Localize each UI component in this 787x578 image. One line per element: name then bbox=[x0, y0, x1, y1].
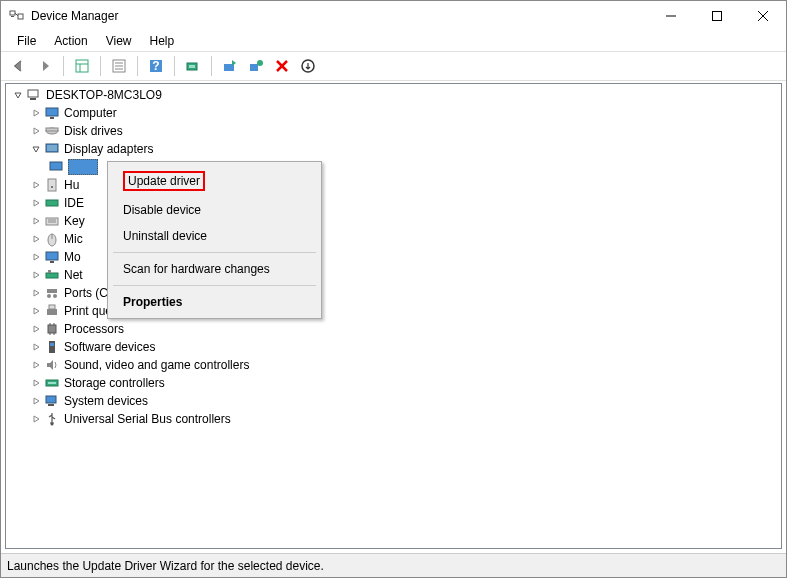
svg-rect-60 bbox=[48, 404, 54, 406]
svg-rect-41 bbox=[46, 252, 58, 260]
tree-label: Key bbox=[64, 214, 85, 228]
svg-rect-19 bbox=[250, 64, 258, 71]
tree-item-software[interactable]: Software devices bbox=[6, 338, 781, 356]
tree-item-computer[interactable]: Computer bbox=[6, 104, 781, 122]
collapse-icon[interactable] bbox=[30, 143, 42, 155]
svg-rect-4 bbox=[713, 12, 722, 21]
expand-icon[interactable] bbox=[30, 287, 42, 299]
ports-icon bbox=[44, 285, 60, 301]
collapse-icon[interactable] bbox=[12, 89, 24, 101]
tree-label: System devices bbox=[64, 394, 148, 408]
ctx-update-driver[interactable]: Update driver bbox=[111, 165, 318, 197]
svg-rect-24 bbox=[28, 90, 38, 97]
tree-root[interactable]: DESKTOP-8MC3LO9 bbox=[6, 86, 781, 104]
svg-rect-48 bbox=[47, 309, 57, 315]
tree-item-sound[interactable]: Sound, video and game controllers bbox=[6, 356, 781, 374]
back-button[interactable] bbox=[7, 54, 31, 78]
uninstall-button[interactable] bbox=[244, 54, 268, 78]
tree-label: DESKTOP-8MC3LO9 bbox=[46, 88, 162, 102]
tree-item-storage[interactable]: Storage controllers bbox=[6, 374, 781, 392]
tree-item-disk[interactable]: Disk drives bbox=[6, 122, 781, 140]
svg-point-34 bbox=[51, 186, 53, 188]
expand-icon[interactable] bbox=[30, 341, 42, 353]
menu-help[interactable]: Help bbox=[142, 32, 183, 50]
expand-icon[interactable] bbox=[30, 197, 42, 209]
ide-icon bbox=[44, 195, 60, 211]
monitor-icon bbox=[44, 249, 60, 265]
usb-icon bbox=[44, 411, 60, 427]
tree-label: Hu bbox=[64, 178, 79, 192]
expand-icon[interactable] bbox=[30, 359, 42, 371]
forward-button[interactable] bbox=[33, 54, 57, 78]
enable-button[interactable] bbox=[296, 54, 320, 78]
help-button[interactable]: ? bbox=[144, 54, 168, 78]
ctx-properties[interactable]: Properties bbox=[111, 289, 318, 315]
display-adapter-icon bbox=[48, 159, 64, 175]
network-icon bbox=[44, 267, 60, 283]
close-button[interactable] bbox=[740, 1, 786, 31]
keyboard-icon bbox=[44, 213, 60, 229]
menu-action[interactable]: Action bbox=[46, 32, 95, 50]
tree-item-usb[interactable]: Universal Serial Bus controllers bbox=[6, 410, 781, 428]
svg-point-46 bbox=[47, 294, 51, 298]
expand-icon[interactable] bbox=[30, 179, 42, 191]
svg-rect-56 bbox=[50, 343, 54, 346]
menu-file[interactable]: File bbox=[9, 32, 44, 50]
toolbar-separator bbox=[137, 56, 138, 76]
expand-icon[interactable] bbox=[30, 377, 42, 389]
svg-rect-0 bbox=[10, 11, 15, 15]
tree-label: IDE bbox=[64, 196, 84, 210]
tree-item-system[interactable]: System devices bbox=[6, 392, 781, 410]
properties-button[interactable] bbox=[107, 54, 131, 78]
disable-button[interactable] bbox=[270, 54, 294, 78]
tree-label: Net bbox=[64, 268, 83, 282]
expand-icon[interactable] bbox=[30, 323, 42, 335]
svg-point-47 bbox=[53, 294, 57, 298]
menu-view[interactable]: View bbox=[98, 32, 140, 50]
expand-icon[interactable] bbox=[30, 395, 42, 407]
software-icon bbox=[44, 339, 60, 355]
svg-rect-1 bbox=[11, 16, 14, 17]
titlebar: Device Manager bbox=[1, 1, 786, 31]
svg-rect-43 bbox=[46, 273, 58, 278]
expand-icon[interactable] bbox=[30, 269, 42, 281]
device-manager-icon bbox=[9, 8, 25, 24]
display-adapter-icon bbox=[44, 141, 60, 157]
maximize-button[interactable] bbox=[694, 1, 740, 31]
show-hide-tree-button[interactable] bbox=[70, 54, 94, 78]
expand-icon[interactable] bbox=[30, 233, 42, 245]
svg-rect-42 bbox=[50, 261, 54, 263]
selected-device-highlight bbox=[68, 159, 98, 175]
ctx-scan-hardware[interactable]: Scan for hardware changes bbox=[111, 256, 318, 282]
minimize-button[interactable] bbox=[648, 1, 694, 31]
tree-item-processors[interactable]: Processors bbox=[6, 320, 781, 338]
svg-rect-35 bbox=[46, 200, 58, 206]
expand-icon[interactable] bbox=[30, 305, 42, 317]
expand-icon[interactable] bbox=[30, 413, 42, 425]
tree-item-display[interactable]: Display adapters bbox=[6, 140, 781, 158]
context-menu: Update driver Disable device Uninstall d… bbox=[107, 161, 322, 319]
context-menu-separator bbox=[113, 252, 316, 253]
ctx-disable-device[interactable]: Disable device bbox=[111, 197, 318, 223]
ctx-uninstall-device[interactable]: Uninstall device bbox=[111, 223, 318, 249]
statusbar: Launches the Update Driver Wizard for th… bbox=[1, 553, 786, 577]
sound-icon bbox=[44, 357, 60, 373]
hid-icon bbox=[44, 177, 60, 193]
mouse-icon bbox=[44, 231, 60, 247]
expand-icon[interactable] bbox=[30, 215, 42, 227]
disk-icon bbox=[44, 123, 60, 139]
expand-icon[interactable] bbox=[30, 251, 42, 263]
system-icon bbox=[44, 393, 60, 409]
menubar: File Action View Help bbox=[1, 31, 786, 51]
cpu-icon bbox=[44, 321, 60, 337]
window-title: Device Manager bbox=[31, 9, 648, 23]
update-driver-button[interactable] bbox=[218, 54, 242, 78]
expand-icon[interactable] bbox=[30, 125, 42, 137]
svg-rect-33 bbox=[48, 179, 56, 191]
svg-rect-58 bbox=[48, 382, 56, 384]
svg-rect-31 bbox=[47, 145, 57, 151]
scan-hardware-button[interactable] bbox=[181, 54, 205, 78]
svg-rect-49 bbox=[49, 305, 55, 309]
monitor-icon bbox=[44, 105, 60, 121]
expand-icon[interactable] bbox=[30, 107, 42, 119]
